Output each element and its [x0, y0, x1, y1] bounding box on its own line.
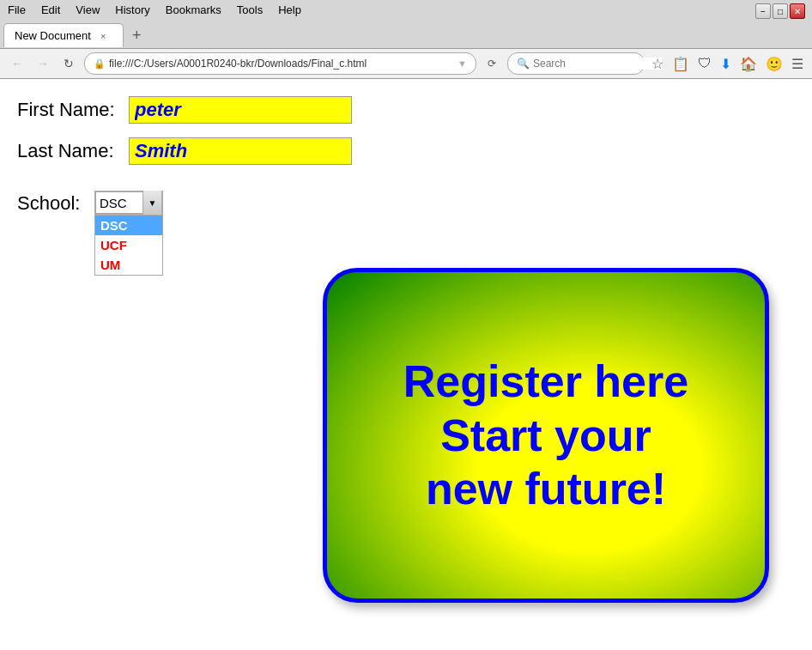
forward-button[interactable]: →	[33, 53, 53, 74]
menu-history[interactable]: History	[111, 3, 154, 17]
new-tab-button[interactable]: +	[127, 27, 147, 45]
school-dropdown-arrow[interactable]: ▼	[142, 191, 161, 215]
menu-edit[interactable]: Edit	[37, 3, 64, 17]
back-button[interactable]: ←	[7, 53, 27, 74]
register-banner[interactable]: Register here Start your new future!	[323, 268, 769, 603]
search-input[interactable]	[533, 58, 662, 70]
minimize-button[interactable]: −	[755, 3, 771, 19]
refresh-button[interactable]: ↻	[58, 53, 79, 74]
tabbar: New Document × +	[0, 19, 812, 48]
school-select-wrapper: DSC ▼ DSC UCF UM	[94, 191, 163, 215]
url-dropdown-icon[interactable]: ▼	[458, 58, 467, 69]
banner-line2: Start your	[440, 410, 651, 460]
school-label: School:	[17, 191, 94, 215]
url-input[interactable]	[109, 58, 454, 70]
school-select[interactable]: DSC ▼	[94, 191, 163, 215]
last-name-input[interactable]	[129, 137, 352, 165]
shield-icon[interactable]: 🛡	[696, 54, 713, 73]
tab-close-button[interactable]: ×	[98, 30, 108, 42]
dropdown-option-um[interactable]: UM	[95, 255, 162, 275]
close-button[interactable]: ✕	[790, 3, 805, 19]
register-text: Register here Start your new future!	[395, 346, 697, 524]
addressbar: ← → ↻ 🔒 ▼ ⟳ 🔍 ☆ 📋 🛡 ⬇ 🏠 🙂 ☰	[0, 48, 812, 79]
last-name-label: Last Name:	[17, 140, 129, 162]
url-bar[interactable]: 🔒 ▼	[84, 52, 476, 75]
bookmark-star-icon[interactable]: ☆	[650, 54, 665, 74]
tab-title: New Document	[15, 29, 91, 42]
toolbar-icons: ☆ 📋 🛡 ⬇ 🏠 🙂 ☰	[650, 54, 805, 74]
smiley-icon[interactable]: 🙂	[764, 54, 785, 74]
download-icon[interactable]: ⬇	[718, 54, 733, 74]
menu-view[interactable]: View	[71, 3, 104, 17]
menu-bookmarks[interactable]: Bookmarks	[161, 3, 226, 17]
clipboard-icon[interactable]: 📋	[670, 54, 691, 74]
menu-file[interactable]: File	[3, 3, 30, 17]
school-dropdown: DSC UCF UM	[94, 215, 163, 276]
reload-button[interactable]: ⟳	[482, 53, 502, 74]
dropdown-option-dsc[interactable]: DSC	[95, 216, 162, 235]
lock-icon: 🔒	[94, 58, 106, 70]
active-tab[interactable]: New Document ×	[3, 23, 124, 47]
menubar: File Edit View History Bookmarks Tools H…	[0, 0, 812, 19]
page-content: First Name: Last Name: School: DSC ▼ DSC…	[0, 79, 812, 650]
last-name-row: Last Name:	[17, 137, 795, 165]
maximize-button[interactable]: □	[773, 3, 788, 19]
first-name-row: First Name:	[17, 96, 795, 124]
first-name-input[interactable]	[129, 96, 352, 124]
menu-icon[interactable]: ☰	[790, 54, 805, 74]
search-bar[interactable]: 🔍	[507, 52, 645, 75]
home-icon[interactable]: 🏠	[738, 54, 759, 74]
first-name-label: First Name:	[17, 99, 129, 121]
dropdown-option-ucf[interactable]: UCF	[95, 235, 162, 255]
search-icon: 🔍	[517, 58, 530, 70]
menu-help[interactable]: Help	[274, 3, 306, 17]
banner-line1: Register here	[403, 356, 688, 406]
school-row: School: DSC ▼ DSC UCF UM	[17, 191, 795, 215]
menu-tools[interactable]: Tools	[233, 3, 267, 17]
school-selected-value: DSC	[96, 196, 142, 210]
banner-line3: new future!	[426, 464, 666, 513]
